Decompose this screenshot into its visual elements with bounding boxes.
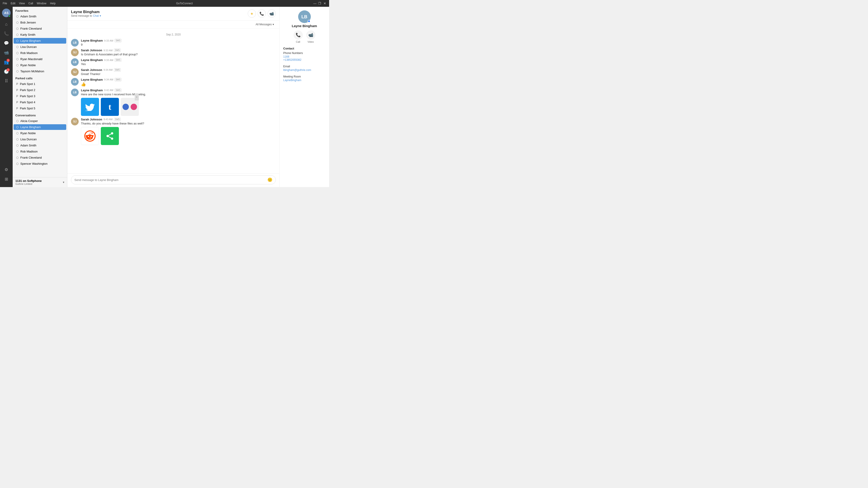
favorite-taysom-mcmahon[interactable]: Taysom McMahon <box>13 68 66 74</box>
call-label: Call <box>296 40 300 43</box>
status-indicator <box>16 58 19 60</box>
chevron-down-icon: ▾ <box>100 14 101 18</box>
collapse-panel-button[interactable]: ‹ <box>135 93 139 101</box>
window-controls[interactable]: — ❐ ✕ <box>313 2 327 5</box>
favorite-bob-jensen[interactable]: Bob Jensen <box>13 20 66 25</box>
maximize-button[interactable]: ❐ <box>318 2 321 5</box>
messages-filter-bar: All Messages ▾ <box>67 21 279 29</box>
sms-badge: SMS <box>114 118 121 121</box>
contact-name: Layne Bingham <box>292 24 317 28</box>
message-meta: Sarah Johnson 9:34 AM SMS <box>81 68 276 72</box>
park-name: Park Spot 2 <box>20 88 35 92</box>
favorite-rob-madison[interactable]: Rob Madison <box>13 50 66 56</box>
conv-adam-smith[interactable]: Adam Smith <box>13 142 66 148</box>
avatar: LB <box>71 78 79 86</box>
menu-view[interactable]: View <box>19 2 25 5</box>
phone-number-1[interactable]: 1168 <box>283 55 326 58</box>
park-icon: P <box>16 107 18 110</box>
conv-layne-bingham[interactable]: Layne Bingham <box>13 124 66 130</box>
menu-file[interactable]: File <box>3 2 7 5</box>
sidebar-settings-btn[interactable]: ⚙ <box>2 165 11 174</box>
menu-edit[interactable]: Edit <box>11 2 16 5</box>
contact-name: Spencer Washington <box>20 162 48 165</box>
filter-label: All Messages <box>256 23 272 26</box>
sidebar-contacts-btn[interactable]: 👥 1 <box>2 58 11 66</box>
video-button[interactable]: 📹 <box>306 31 315 39</box>
contacts-badge: 1 <box>6 59 10 62</box>
sidebar-home-btn[interactable]: ⌂ <box>2 20 11 29</box>
video-button[interactable]: 📹 <box>268 9 276 18</box>
conv-frank-cleveland[interactable]: Frank Cleveland <box>13 155 66 160</box>
email-value[interactable]: lbingham@guthrie.com <box>283 68 326 72</box>
avatar-initials: LB <box>301 14 307 20</box>
video-action[interactable]: 📹 Video <box>306 31 315 43</box>
park-icon: P <box>16 95 18 98</box>
message-time: 9:34 AM <box>104 78 113 81</box>
favorite-layne-bingham[interactable]: Layne Bingham <box>13 38 66 43</box>
sidebar-dialpad-btn[interactable]: ⠿ <box>2 77 11 86</box>
sidebar-phone-btn[interactable]: 📞 <box>2 29 11 38</box>
conv-rob-madison[interactable]: Rob Madison <box>13 149 66 154</box>
contact-avatar: LB <box>298 10 311 23</box>
message-sender: Sarah Johnson <box>81 118 102 121</box>
conv-alicia-cooper[interactable]: Alicia Cooper <box>13 118 66 124</box>
menu-help[interactable]: Help <box>50 2 56 5</box>
call-action[interactable]: 📞 Call <box>293 31 303 43</box>
message-images <box>81 127 276 145</box>
conv-spencer-washington[interactable]: Spencer Washington <box>13 161 66 166</box>
favorite-ryan-noble[interactable]: Ryan Noble <box>13 62 66 68</box>
favorite-lisa-duncan[interactable]: Lisa Duncan <box>13 44 66 50</box>
contact-name: Alicia Cooper <box>20 119 38 123</box>
conv-lisa-duncan[interactable]: Lisa Duncan <box>13 136 66 142</box>
message-meta: Sarah Johnson 9:43 AM SMS <box>81 118 276 121</box>
message-input[interactable] <box>74 178 266 182</box>
app-title: GoToConnect <box>176 2 193 5</box>
send-message-to-label: Send message to <box>71 14 92 18</box>
message-text: Yes <box>81 62 276 66</box>
minimize-button[interactable]: — <box>313 2 316 5</box>
park-spot-5[interactable]: P Park Spot 5 <box>13 105 66 111</box>
park-name: Park Spot 5 <box>20 107 35 110</box>
menu-bar[interactable]: File Edit View Call Window Help <box>3 2 56 5</box>
park-spot-1[interactable]: P Park Spot 1 <box>13 81 66 87</box>
sidebar-chat-btn[interactable]: 💬 <box>2 39 11 47</box>
favorite-button[interactable]: ★ <box>248 9 256 18</box>
phone-number-2[interactable]: +13852055082 <box>283 58 326 61</box>
contact-name: Frank Cleveland <box>20 156 42 159</box>
park-spot-4[interactable]: P Park Spot 4 <box>13 99 66 105</box>
call-button[interactable]: 📞 <box>293 31 303 39</box>
chevron-down-icon[interactable]: ▾ <box>63 181 64 184</box>
t-letter: t <box>108 103 112 111</box>
all-messages-filter-button[interactable]: All Messages ▾ <box>254 22 276 27</box>
contact-section: Contact Phone Numbers 1168 +13852055082 … <box>283 47 326 82</box>
chevron-left-icon: ‹ <box>136 95 137 98</box>
avatar-initials: LB <box>73 41 76 44</box>
menu-window[interactable]: Window <box>37 2 46 5</box>
sidebar-recents-btn[interactable]: 🕐 1 <box>2 67 11 76</box>
pink-dot <box>131 104 137 110</box>
message-emoji: 👍 <box>81 82 276 87</box>
favorite-adam-smith[interactable]: Adam Smith <box>13 13 66 19</box>
sidebar-video-btn[interactable]: 📹 <box>2 48 11 57</box>
menu-call[interactable]: Call <box>29 2 33 5</box>
favorite-frank-cleveland[interactable]: Frank Cleveland <box>13 26 66 31</box>
message-content: Layne Bingham 9:33 AM SMS 9 <box>81 39 276 47</box>
emoji-button[interactable]: 🙂 <box>268 177 272 182</box>
sidebar-apps-btn[interactable]: ⊞ <box>2 175 11 184</box>
user-avatar[interactable]: AS <box>2 8 11 17</box>
status-indicator <box>16 40 19 42</box>
chat-contact-name: Layne Bingham <box>71 10 101 14</box>
avatar-initials: AS <box>4 11 8 15</box>
call-button[interactable]: 📞 <box>258 9 266 18</box>
twitter2-image: t <box>101 98 119 116</box>
meeting-room-value[interactable]: LayneBingham <box>283 78 326 82</box>
conv-ryan-noble[interactable]: Ryan Noble <box>13 130 66 136</box>
channel-selector-button[interactable]: Chat ▾ <box>93 14 101 18</box>
favorite-karly-smith[interactable]: Karly Smith <box>13 32 66 37</box>
message-images: t <box>81 98 276 116</box>
close-button[interactable]: ✕ <box>323 2 327 5</box>
park-spot-3[interactable]: P Park Spot 3 <box>13 93 66 99</box>
contact-details-panel: LB Layne Bingham 📞 Call 📹 Video Contact … <box>279 7 329 187</box>
favorite-ryan-macdonald[interactable]: Ryan Macdonald <box>13 56 66 62</box>
park-spot-2[interactable]: P Park Spot 2 <box>13 87 66 93</box>
